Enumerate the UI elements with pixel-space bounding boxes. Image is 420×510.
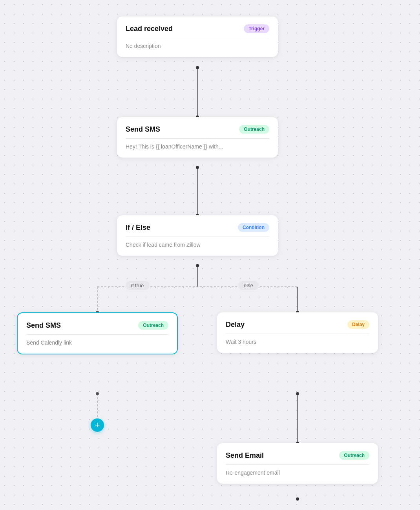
badge-trigger: Trigger [244, 24, 269, 33]
node-description: Check if lead came from Zillow [126, 242, 269, 248]
svg-point-12 [196, 264, 199, 267]
node-send-sms-2[interactable]: Send SMS Outreach Send Calendly link [17, 312, 178, 354]
svg-point-10 [196, 166, 199, 169]
branch-label-else: else [238, 281, 259, 290]
node-lead-received[interactable]: Lead received Trigger No description [117, 17, 278, 57]
node-title: Delay [226, 321, 245, 329]
node-delay[interactable]: Delay Delay Wait 3 hours [217, 312, 378, 353]
svg-point-15 [296, 392, 299, 395]
node-header: Delay Delay [226, 320, 369, 334]
branch-label-if-true: if true [126, 281, 150, 290]
node-header: Send SMS Outreach [26, 321, 168, 335]
svg-point-17 [96, 392, 99, 395]
node-title: Send Email [226, 451, 264, 460]
badge-condition: Condition [238, 223, 269, 232]
badge-delay: Delay [347, 320, 369, 329]
svg-point-9 [196, 66, 199, 69]
node-header: Send SMS Outreach [126, 125, 269, 139]
node-title: Lead received [126, 25, 173, 33]
node-header: If / Else Condition [126, 223, 269, 237]
node-title: Send SMS [126, 125, 160, 134]
node-description: Wait 3 hours [226, 339, 369, 345]
node-description: Re-engagement email [226, 470, 369, 476]
node-if-else[interactable]: If / Else Condition Check if lead came f… [117, 215, 278, 256]
node-send-sms-1[interactable]: Send SMS Outreach Hey! This is {{ loanOf… [117, 117, 278, 158]
node-title: Send SMS [26, 321, 61, 330]
add-node-button[interactable]: + [91, 418, 104, 432]
node-header: Send Email Outreach [226, 451, 369, 465]
node-send-email[interactable]: Send Email Outreach Re-engagement email [217, 443, 378, 484]
node-description: Hey! This is {{ loanOfficerName }} with.… [126, 143, 269, 150]
node-description: No description [126, 43, 269, 49]
svg-point-18 [296, 497, 299, 501]
badge-outreach: Outreach [339, 451, 369, 460]
badge-outreach: Outreach [239, 125, 269, 134]
node-header: Lead received Trigger [126, 24, 269, 38]
node-title: If / Else [126, 224, 150, 232]
badge-outreach: Outreach [138, 321, 168, 330]
node-description: Send Calendly link [26, 339, 168, 346]
